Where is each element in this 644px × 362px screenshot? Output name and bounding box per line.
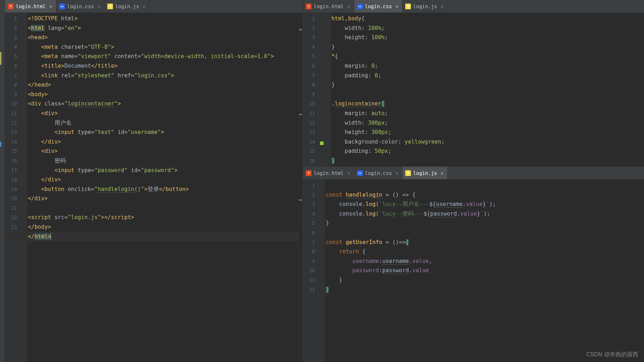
css-file-icon (357, 170, 363, 176)
tab-login-html[interactable]: login.html × (303, 0, 354, 12)
tab-login-html[interactable]: login.html × (5, 0, 56, 12)
close-icon[interactable]: × (98, 4, 101, 9)
gutter-right-top: 12345678910111213141516 (303, 13, 331, 166)
close-icon[interactable]: × (441, 4, 443, 9)
tab-label: login.css (365, 4, 392, 9)
close-icon[interactable]: × (396, 170, 398, 176)
color-swatch-icon[interactable] (320, 141, 324, 145)
selection-marker (0, 142, 1, 147)
tabs-bar-right-top: login.html × login.css × login.js × (303, 0, 644, 13)
close-icon[interactable]: × (441, 170, 443, 176)
marker-column (320, 14, 326, 166)
editor-split-panes: login.html × login.css × login.js × 1234… (5, 0, 644, 362)
fold-column (22, 14, 27, 362)
editor-pane-left: login.html × login.css × login.js × 1234… (5, 0, 303, 362)
tab-label: login.html (314, 170, 344, 176)
gutter-right-bottom: 123456789101112 (303, 180, 325, 362)
html-file-icon (8, 4, 14, 9)
tab-label: login.js (413, 170, 437, 176)
html-file-icon (306, 170, 311, 176)
tab-login-css[interactable]: login.css × (354, 0, 402, 12)
js-file-icon (405, 4, 411, 9)
tab-label: login.html (16, 4, 46, 9)
tab-label: login.css (365, 170, 392, 176)
editor-right-top[interactable]: 12345678910111213141516 html,body{ width… (303, 13, 644, 166)
tab-label: login.js (413, 4, 437, 9)
css-file-icon (59, 4, 65, 9)
tab-label: login.html (314, 4, 344, 9)
tab-login-js[interactable]: login.js × (104, 0, 150, 12)
tab-login-html[interactable]: login.html × (303, 167, 354, 179)
js-file-icon (107, 4, 113, 9)
editor-pane-right-top: login.html × login.css × login.js × 1234… (303, 0, 644, 167)
editor-pane-right: login.html × login.css × login.js × 1234… (303, 0, 644, 362)
code-area-left[interactable]: <!DOCTYPE html> <html lang="en"> <head> … (27, 13, 302, 362)
css-file-icon (357, 4, 363, 9)
close-icon[interactable]: × (49, 4, 52, 9)
code-area-right-bottom[interactable]: const handlelogin = () => { console.log(… (325, 180, 644, 362)
line-numbers: 123456789101112131415161718192021222324 (5, 14, 22, 362)
fold-column (320, 181, 325, 362)
line-numbers: 123456789101112 (303, 181, 320, 362)
tabs-bar-left: login.html × login.css × login.js × (5, 0, 302, 13)
editor-right-bottom[interactable]: 123456789101112 const handlelogin = () =… (303, 180, 644, 362)
tab-login-css[interactable]: login.css × (354, 167, 402, 179)
close-icon[interactable]: × (347, 170, 350, 176)
tab-login-js[interactable]: login.js × (402, 0, 448, 12)
close-icon[interactable]: × (396, 4, 398, 9)
editor-left[interactable]: 123456789101112131415161718192021222324 … (5, 13, 302, 362)
close-icon[interactable]: × (347, 4, 350, 9)
change-marker (0, 52, 1, 65)
line-numbers: 12345678910111213141516 (303, 14, 320, 166)
editor-pane-right-bottom: login.html × login.css × login.js × 1234… (303, 167, 644, 362)
tab-login-css[interactable]: login.css × (56, 0, 104, 12)
html-file-icon (306, 4, 311, 9)
watermark: CSDN @奔跑的露西 (586, 351, 638, 358)
tab-label: login.js (115, 4, 139, 9)
tabs-bar-right-bottom: login.html × login.css × login.js × (303, 167, 644, 180)
ide-left-gutter (0, 0, 5, 362)
close-icon[interactable]: × (143, 4, 145, 9)
fold-column (326, 14, 331, 166)
code-area-right-top[interactable]: html,body{ width: 100%; height: 100%; } … (331, 13, 644, 166)
js-file-icon (405, 170, 411, 176)
gutter-left: 123456789101112131415161718192021222324 (5, 13, 27, 362)
tab-label: login.css (67, 4, 94, 9)
tab-login-js[interactable]: login.js × (402, 167, 448, 179)
